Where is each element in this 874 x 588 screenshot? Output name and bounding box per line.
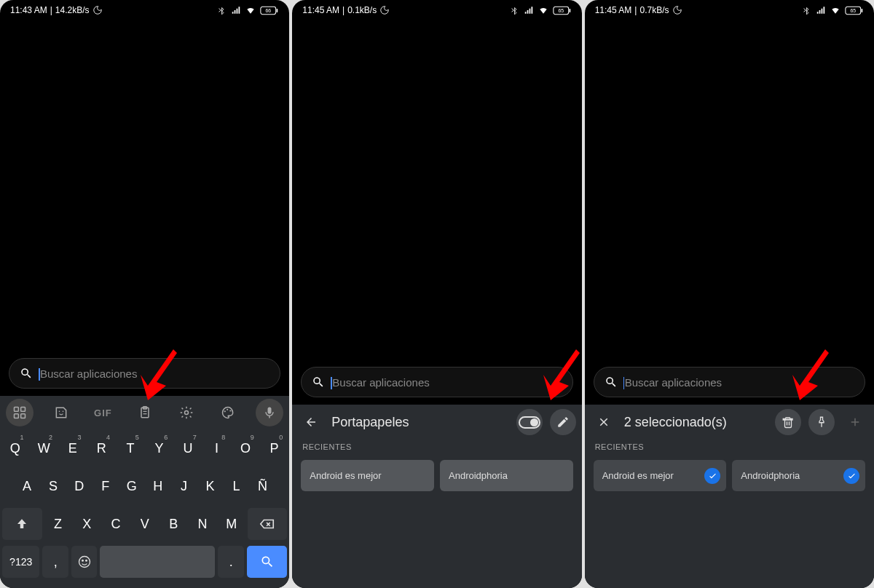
svg-point-20 xyxy=(85,560,87,562)
clipboard-header: Portapapeles xyxy=(292,405,581,440)
key-u[interactable]: U7 xyxy=(175,432,201,464)
search-icon xyxy=(20,367,33,380)
key-m[interactable]: M xyxy=(219,508,245,540)
key-q[interactable]: Q1 xyxy=(2,432,28,464)
svg-text:66: 66 xyxy=(266,8,272,13)
key-s[interactable]: S xyxy=(42,470,65,502)
svg-text:65: 65 xyxy=(558,8,564,13)
key-a[interactable]: A xyxy=(15,470,39,502)
search-placeholder: Buscar aplicaciones xyxy=(332,376,429,389)
key-d[interactable]: D xyxy=(68,470,91,502)
search-key[interactable] xyxy=(247,546,287,578)
key-i[interactable]: I8 xyxy=(204,432,230,464)
svg-rect-17 xyxy=(268,408,272,414)
edit-button[interactable] xyxy=(550,409,576,435)
signal-icon xyxy=(231,5,241,15)
svg-point-16 xyxy=(229,410,231,411)
search-icon xyxy=(605,376,618,389)
key-t[interactable]: T5 xyxy=(117,432,143,464)
key-g[interactable]: G xyxy=(120,470,143,502)
emoji-key[interactable] xyxy=(71,546,98,578)
key-k[interactable]: K xyxy=(199,470,222,502)
key-b[interactable]: B xyxy=(161,508,187,540)
key-j[interactable]: J xyxy=(173,470,196,502)
key-v[interactable]: V xyxy=(132,508,158,540)
clipboard-panel: 2 seleccionado(s) RECIENTES Android es m… xyxy=(585,405,874,588)
section-label: RECIENTES xyxy=(302,442,571,451)
key-f[interactable]: F xyxy=(94,470,117,502)
key-w[interactable]: W2 xyxy=(31,432,58,464)
check-icon xyxy=(843,468,859,484)
phone-screen-3: 11:45 AM | 0.7kB/s 65 Buscar aplicacione… xyxy=(585,0,874,588)
clipboard-icon[interactable] xyxy=(131,399,159,426)
svg-point-8 xyxy=(63,411,64,413)
back-button[interactable] xyxy=(298,409,324,435)
svg-rect-6 xyxy=(21,414,25,418)
key-e[interactable]: E3 xyxy=(60,432,86,464)
svg-rect-22 xyxy=(569,8,570,12)
clipboard-item[interactable]: Android es mejor xyxy=(594,460,727,491)
backspace-key[interactable] xyxy=(248,508,288,540)
clipboard-item[interactable]: Android es mejor xyxy=(301,460,434,491)
status-speed: 0.7kB/s xyxy=(639,5,669,15)
search-placeholder: Buscar aplicaciones xyxy=(625,376,722,389)
key-h[interactable]: H xyxy=(146,470,170,502)
comma-key[interactable]: , xyxy=(42,546,68,578)
status-speed: 14.2kB/s xyxy=(55,5,90,15)
add-button[interactable] xyxy=(842,409,868,435)
clipboard-item[interactable]: Androidphoria xyxy=(440,460,573,491)
phone-screen-2: 11:45 AM | 0.1kB/s 65 Buscar aplicacione… xyxy=(292,0,581,588)
key-o[interactable]: O9 xyxy=(232,432,259,464)
close-button[interactable] xyxy=(591,409,617,435)
moon-icon xyxy=(672,5,682,15)
shift-key[interactable] xyxy=(2,508,42,540)
key-n[interactable]: N xyxy=(189,508,216,540)
gif-icon[interactable]: GIF xyxy=(89,399,117,426)
svg-point-13 xyxy=(184,411,188,415)
delete-button[interactable] xyxy=(775,409,801,435)
pin-button[interactable] xyxy=(808,409,835,435)
key-r[interactable]: R4 xyxy=(89,432,115,464)
app-content-area xyxy=(0,20,289,358)
toggle-button[interactable] xyxy=(516,409,543,435)
svg-rect-5 xyxy=(15,414,19,418)
clipboard-item[interactable]: Androidphoria xyxy=(732,460,865,491)
key-ñ[interactable]: Ñ xyxy=(251,470,274,502)
key-c[interactable]: C xyxy=(103,508,129,540)
clipboard-header: 2 seleccionado(s) xyxy=(585,405,874,440)
status-speed: 0.1kB/s xyxy=(347,5,377,15)
svg-rect-4 xyxy=(21,408,25,412)
svg-rect-25 xyxy=(862,8,863,12)
theme-icon[interactable] xyxy=(214,399,242,426)
sticker-icon[interactable] xyxy=(47,399,75,426)
key-p[interactable]: P0 xyxy=(261,432,288,464)
key-x[interactable]: X xyxy=(74,508,100,540)
svg-point-18 xyxy=(79,557,90,568)
svg-point-15 xyxy=(227,409,228,410)
search-bar[interactable]: Buscar aplicaciones xyxy=(594,367,865,397)
svg-point-19 xyxy=(82,560,83,562)
clipboard-title: Portapapeles xyxy=(331,415,508,430)
wifi-icon xyxy=(245,5,256,15)
search-bar[interactable]: Buscar aplicaciones xyxy=(301,367,572,397)
app-content-area xyxy=(585,20,874,367)
battery-icon: 65 xyxy=(553,6,572,15)
settings-icon[interactable] xyxy=(173,399,200,426)
mic-icon[interactable] xyxy=(256,399,283,426)
status-time: 11:43 AM xyxy=(10,5,47,15)
apps-icon[interactable] xyxy=(6,399,34,426)
signal-icon xyxy=(524,5,534,15)
clipboard-panel: Portapapeles RECIENTES Android es mejor … xyxy=(292,405,581,588)
dot-key[interactable]: . xyxy=(218,546,244,578)
check-icon xyxy=(704,468,720,484)
symbols-key[interactable]: ?123 xyxy=(2,546,39,578)
bluetooth-icon xyxy=(216,5,227,15)
space-key[interactable] xyxy=(100,546,215,578)
key-z[interactable]: Z xyxy=(45,508,71,540)
search-bar[interactable]: Buscar aplicaciones xyxy=(9,358,280,389)
key-y[interactable]: Y6 xyxy=(146,432,173,464)
battery-icon: 66 xyxy=(260,6,279,15)
key-l[interactable]: L xyxy=(225,470,248,502)
status-time: 11:45 AM xyxy=(595,5,632,15)
selection-count: 2 seleccionado(s) xyxy=(624,415,768,430)
